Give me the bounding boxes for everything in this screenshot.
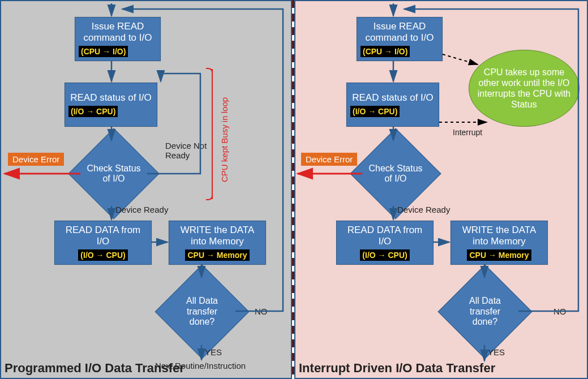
diamond-text: Check Status of I/O: [81, 141, 146, 206]
box-issue-read: Issue READ command to I/O (CPU → I/O): [75, 17, 161, 61]
label-device-error: Device Error: [8, 153, 64, 166]
box-title: READ DATA from I/O: [340, 225, 430, 247]
box-title: READ status of I/O: [350, 92, 435, 104]
box-sub: (I/O → CPU): [68, 106, 118, 117]
box-sub: CPU → Memory: [185, 249, 249, 261]
box-sub: (I/O → CPU): [78, 249, 127, 261]
label-device-ready: Device Ready: [397, 205, 450, 214]
label-yes: YES: [205, 347, 222, 357]
diamond-all-done: All Data transfer done?: [169, 278, 235, 345]
box-read-status: READ status of I/O (I/O → CPU): [346, 83, 439, 127]
diamond-text: All Data transfer done?: [169, 278, 235, 345]
box-sub: (I/O → CPU): [360, 249, 409, 261]
box-title: WRITE the DATA into Memory: [173, 225, 262, 247]
label-interrupt: Interrupt: [453, 128, 482, 137]
box-write-memory: WRITE the DATA into Memory CPU → Memory: [450, 221, 548, 265]
box-title: WRITE the DATA into Memory: [454, 225, 544, 247]
box-sub: (I/O → CPU): [350, 106, 400, 117]
label-no: NO: [255, 307, 268, 316]
label-device-ready: Device Ready: [115, 205, 168, 214]
box-read-data: READ DATA from I/O (I/O → CPU): [54, 221, 152, 265]
diamond-all-done: All Data transfer done?: [452, 278, 518, 345]
box-title: Issue READ command to I/O: [360, 21, 439, 43]
diagram-root: Issue READ command to I/O (CPU → I/O) RE…: [0, 0, 588, 379]
box-write-memory: WRITE the DATA into Memory CPU → Memory: [169, 221, 266, 265]
label-device-error: Device Error: [301, 153, 357, 166]
box-read-status: READ status of I/O (I/O → CPU): [65, 83, 157, 127]
busy-bracket: [207, 69, 213, 199]
label-yes: YES: [488, 347, 505, 357]
box-title: READ DATA from I/O: [58, 225, 148, 247]
diamond-text: Check Status of I/O: [363, 141, 428, 206]
box-issue-read: Issue READ command to I/O (CPU → I/O): [357, 17, 443, 61]
diamond-check-status: Check Status of I/O: [363, 141, 428, 206]
label-busy-loop: CPU kept Busy in loop: [220, 97, 229, 182]
panel-interrupt-io: Issue READ command to I/O (CPU → I/O) RE…: [294, 0, 588, 379]
ellipse-cpu-other-work: CPU takes up some other work until the I…: [469, 50, 580, 127]
box-title: Issue READ command to I/O: [79, 21, 157, 43]
panel-programmed-io: Issue READ command to I/O (CPU → I/O) RE…: [0, 0, 292, 379]
box-sub: (CPU → I/O): [360, 46, 410, 57]
caption-left: Programmed I/O Data Transfer: [5, 361, 184, 376]
box-read-data: READ DATA from I/O (I/O → CPU): [336, 221, 434, 265]
label-no: NO: [553, 307, 566, 316]
box-title: READ status of I/O: [68, 92, 153, 104]
diamond-check-status: Check Status of I/O: [81, 141, 146, 206]
caption-right: Interrupt Driven I/O Data Transfer: [299, 361, 495, 376]
svg-line-14: [443, 54, 478, 64]
box-sub: CPU → Memory: [467, 249, 531, 261]
label-device-not-ready: Device Not Ready: [165, 141, 211, 160]
box-sub: (CPU → I/O): [79, 46, 128, 57]
diamond-text: All Data transfer done?: [452, 278, 518, 345]
